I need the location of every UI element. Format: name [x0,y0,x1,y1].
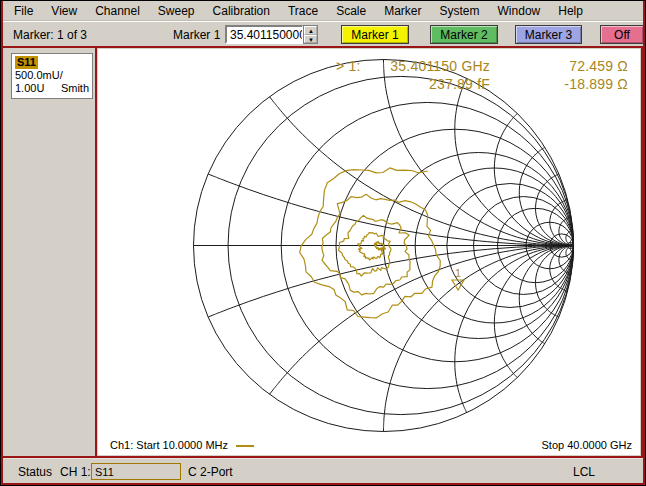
marker-frequency-readout: 35.401150 GHz [390,58,490,74]
menu-channel[interactable]: Channel [86,2,149,20]
marker-stimulus-label: Marker 1 [173,28,220,42]
trace-status-sidebar: S11 500.0mU/ 1.00U Smith [3,48,95,456]
spinner-up-button[interactable]: ▲ [304,26,317,35]
trace-format: Smith [61,82,89,95]
vna-application-window: File View Channel Sweep Calibration Trac… [0,0,646,486]
arrow-up-icon: ▲ [308,28,314,34]
plot-frame: 1 > 1: 35.401150 GHz 72.459 Ω 237.89 fF … [95,48,643,456]
active-marker-indicator: > 1: [336,58,361,74]
channel-label: CH 1: [60,465,91,479]
trace-name-s11[interactable]: S11 [15,56,38,69]
marker-frequency-input[interactable]: 35.4011500000 GHz [225,25,303,44]
marker-count-label: Marker: 1 of 3 [13,28,87,42]
status-label: Status [18,465,52,479]
marker-resistance-readout: 72.459 Ω [569,58,628,74]
menu-file[interactable]: File [5,2,42,20]
local-mode-indicator: LCL [573,465,595,479]
smith-chart-svg: 1 [98,49,640,455]
menu-scale[interactable]: Scale [327,2,375,20]
marker-3-button[interactable]: Marker 3 [515,25,582,44]
stop-frequency-label: Stop 40.0000 GHz [541,439,632,451]
menu-marker[interactable]: Marker [375,2,430,20]
trace-reference: 1.00U [15,82,44,95]
menu-view[interactable]: View [42,2,86,20]
marker-capacitance-readout: 237.89 fF [429,76,490,92]
menu-bar: File View Channel Sweep Calibration Trac… [3,1,643,21]
trace-status-box[interactable]: S11 500.0mU/ 1.00U Smith [11,53,93,99]
marker-toolbar: Marker: 1 of 3 Marker 1 35.4011500000 GH… [3,21,643,46]
s11-trace [300,168,441,318]
marker-off-button[interactable]: Off [600,25,644,44]
marker-1-button[interactable]: Marker 1 [341,25,409,44]
marker-2-button[interactable]: Marker 2 [430,25,498,44]
menu-trace[interactable]: Trace [279,2,327,20]
window-red-frame: File View Channel Sweep Calibration Trac… [1,1,645,485]
smith-chart-plot: 1 > 1: 35.401150 GHz 72.459 Ω 237.89 fF … [98,49,640,455]
status-bar: Status CH 1: S11 C 2-Port LCL [3,458,643,483]
active-trace-box: S11 [91,463,181,480]
channel-window: S11 500.0mU/ 1.00U Smith 1 > 1: 35.40115… [3,46,643,458]
arrow-down-icon: ▼ [308,37,314,43]
menu-system[interactable]: System [431,2,489,20]
menu-window[interactable]: Window [489,2,550,20]
frequency-spinner: ▲ ▼ [303,25,318,44]
menu-calibration[interactable]: Calibration [204,2,279,20]
trace-scale: 500.0mU/ [15,69,89,82]
trace-color-legend-dash [236,445,254,447]
menu-help[interactable]: Help [549,2,592,20]
menu-sweep[interactable]: Sweep [149,2,204,20]
start-frequency-label: Ch1: Start 10.0000 MHz [110,439,228,451]
marker-1-number-label: 1 [455,267,461,279]
correction-status: C 2-Port [188,465,233,479]
marker-reactance-readout: -18.899 Ω [564,76,628,92]
spinner-down-button[interactable]: ▼ [304,35,317,44]
